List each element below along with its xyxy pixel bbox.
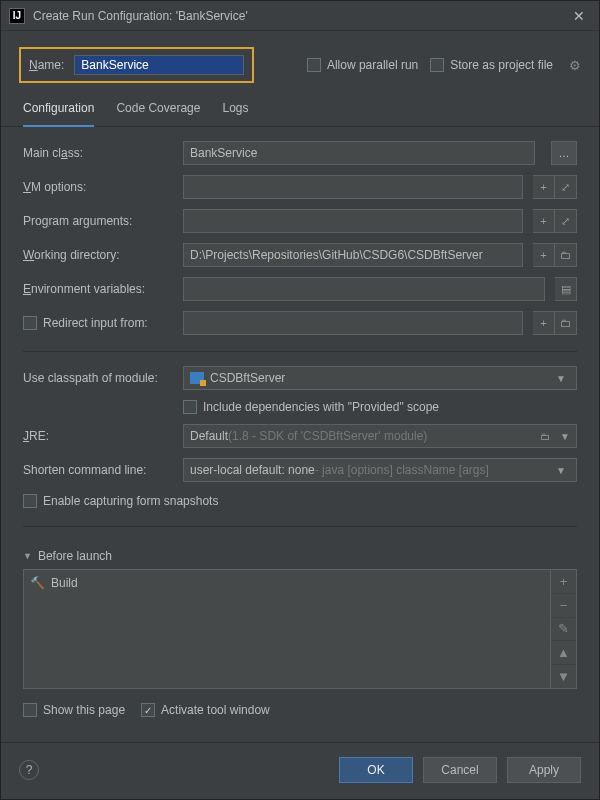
expand-icon[interactable]: +: [533, 209, 555, 233]
main-class-label: Main class:: [23, 146, 173, 160]
store-project-label: Store as project file: [450, 58, 553, 72]
configuration-form: Main class: BankService … VM options: + …: [1, 127, 599, 537]
expand-icon[interactable]: +: [533, 175, 555, 199]
module-icon: [190, 372, 204, 384]
vm-options-input[interactable]: [183, 175, 523, 199]
tabs: Configuration Code Coverage Logs: [1, 93, 599, 127]
remove-icon[interactable]: −: [551, 593, 576, 617]
cancel-button[interactable]: Cancel: [423, 757, 497, 783]
shorten-label: Shorten command line:: [23, 463, 173, 477]
tab-logs[interactable]: Logs: [222, 93, 248, 126]
tab-configuration[interactable]: Configuration: [23, 93, 94, 127]
classpath-select[interactable]: CSDBftServer ▼: [183, 366, 577, 390]
chevron-down-icon: ▼: [556, 373, 570, 384]
titlebar: IJ Create Run Configuration: 'BankServic…: [1, 1, 599, 31]
shorten-hint: - java [options] className [args]: [315, 463, 489, 477]
show-this-page-checkbox[interactable]: Show this page: [23, 703, 125, 717]
footer-options: Show this page Activate tool window: [1, 689, 599, 717]
tab-coverage[interactable]: Code Coverage: [116, 93, 200, 126]
classpath-value: CSDBftServer: [210, 371, 285, 385]
dialog-window: IJ Create Run Configuration: 'BankServic…: [0, 0, 600, 800]
move-down-icon[interactable]: ▼: [551, 664, 576, 688]
fullscreen-icon[interactable]: ⤢: [555, 175, 577, 199]
header-row: Name: Allow parallel run Store as projec…: [1, 31, 599, 93]
main-class-input[interactable]: BankService: [183, 141, 535, 165]
folder-icon[interactable]: 🗀: [555, 311, 577, 335]
close-icon[interactable]: ✕: [567, 8, 591, 24]
name-label: Name:: [29, 58, 64, 72]
list-icon[interactable]: ▤: [555, 277, 577, 301]
chevron-down-icon: ▼: [23, 551, 32, 561]
main-class-browse-button[interactable]: …: [551, 141, 577, 165]
window-title: Create Run Configuration: 'BankService': [33, 9, 567, 23]
classpath-label: Use classpath of module:: [23, 371, 173, 385]
include-provided-label: Include dependencies with "Provided" sco…: [203, 400, 439, 414]
program-args-input[interactable]: [183, 209, 523, 233]
working-dir-label: Working directory:: [23, 248, 173, 262]
before-launch-item[interactable]: 🔨 Build: [30, 574, 544, 592]
checkbox-icon: [307, 58, 321, 72]
chevron-down-icon: ▼: [560, 431, 570, 442]
footer-buttons: ? OK Cancel Apply: [1, 742, 599, 799]
before-launch-header[interactable]: ▼ Before launch: [23, 543, 577, 569]
redirect-input-label: Redirect input from:: [43, 316, 148, 330]
ok-button[interactable]: OK: [339, 757, 413, 783]
shorten-value: user-local default: none: [190, 463, 315, 477]
fullscreen-icon[interactable]: ⤢: [555, 209, 577, 233]
vm-options-label: VM options:: [23, 180, 173, 194]
move-up-icon[interactable]: ▲: [551, 640, 576, 664]
env-vars-input[interactable]: [183, 277, 545, 301]
before-launch-item-label: Build: [51, 576, 78, 590]
allow-parallel-checkbox[interactable]: Allow parallel run: [307, 58, 418, 72]
before-launch-list: 🔨 Build + − ✎ ▲ ▼: [23, 569, 577, 689]
hammer-icon: 🔨: [30, 576, 45, 590]
jre-label: JRE:: [23, 429, 173, 443]
checkbox-icon: [23, 494, 37, 508]
jre-hint: (1.8 - SDK of 'CSDBftServer' module): [228, 429, 427, 443]
folder-icon[interactable]: 🗀: [540, 431, 554, 442]
name-input[interactable]: [74, 55, 244, 75]
expand-icon[interactable]: +: [533, 243, 555, 267]
app-icon: IJ: [9, 8, 25, 24]
redirect-input-checkbox[interactable]: Redirect input from:: [23, 316, 173, 330]
working-dir-input[interactable]: D:\Projects\Repositories\GitHub\CSDG6\CS…: [183, 243, 523, 267]
before-launch-section: ▼ Before launch 🔨 Build + − ✎ ▲ ▼: [1, 537, 599, 689]
name-field-highlight: Name:: [19, 47, 254, 83]
edit-icon[interactable]: ✎: [551, 617, 576, 641]
jre-value: Default: [190, 429, 228, 443]
checkbox-icon: [183, 400, 197, 414]
help-icon[interactable]: ?: [19, 760, 39, 780]
store-project-checkbox[interactable]: Store as project file: [430, 58, 553, 72]
expand-icon[interactable]: +: [533, 311, 555, 335]
program-args-label: Program arguments:: [23, 214, 173, 228]
checkbox-icon: [23, 316, 37, 330]
checkbox-checked-icon: [141, 703, 155, 717]
checkbox-icon: [430, 58, 444, 72]
shorten-select[interactable]: user-local default: none - java [options…: [183, 458, 577, 482]
enable-snapshots-checkbox[interactable]: Enable capturing form snapshots: [23, 494, 577, 508]
activate-tool-window-checkbox[interactable]: Activate tool window: [141, 703, 270, 717]
allow-parallel-label: Allow parallel run: [327, 58, 418, 72]
before-launch-toolbar: + − ✎ ▲ ▼: [550, 570, 576, 688]
chevron-down-icon: ▼: [556, 465, 570, 476]
add-icon[interactable]: +: [551, 570, 576, 593]
jre-select[interactable]: Default (1.8 - SDK of 'CSDBftServer' mod…: [183, 424, 577, 448]
show-this-page-label: Show this page: [43, 703, 125, 717]
activate-tool-window-label: Activate tool window: [161, 703, 270, 717]
enable-snapshots-label: Enable capturing form snapshots: [43, 494, 218, 508]
include-provided-checkbox[interactable]: Include dependencies with "Provided" sco…: [183, 400, 577, 414]
before-launch-title: Before launch: [38, 549, 112, 563]
env-vars-label: Environment variables:: [23, 282, 173, 296]
folder-icon[interactable]: 🗀: [555, 243, 577, 267]
apply-button[interactable]: Apply: [507, 757, 581, 783]
gear-icon[interactable]: ⚙: [569, 58, 581, 73]
checkbox-icon: [23, 703, 37, 717]
redirect-input-field[interactable]: [183, 311, 523, 335]
